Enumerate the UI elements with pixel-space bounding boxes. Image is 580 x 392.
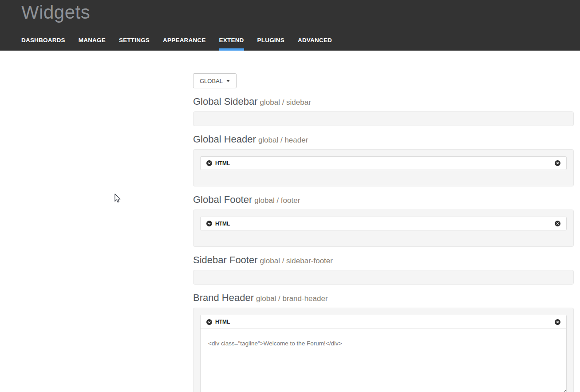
nav-tab-appearance[interactable]: APPEARANCE — [163, 33, 206, 51]
widget-type-label: HTML — [215, 221, 230, 227]
template-selector-button[interactable]: GLOBAL — [193, 73, 237, 88]
section-global-sidebar: Global Sidebarglobal / sidebar — [193, 95, 574, 126]
admin-header: Widgets DASHBOARDS MANAGE SETTINGS APPEA… — [0, 0, 580, 51]
section-heading: Global Sidebarglobal / sidebar — [193, 95, 574, 109]
section-location: global / footer — [254, 196, 300, 205]
nav-tab-manage[interactable]: MANAGE — [79, 33, 106, 51]
nav-tab-advanced[interactable]: ADVANCED — [298, 33, 332, 51]
mouse-cursor-icon — [114, 194, 122, 205]
widget-html-bar[interactable]: HTML — [200, 156, 567, 170]
nav-tab-plugins[interactable]: PLUGINS — [257, 33, 284, 51]
widget-drop-zone[interactable]: HTML <div class="tagline">Welcome to the… — [193, 308, 574, 392]
section-location: global / brand-header — [256, 294, 328, 303]
widget-html-bar[interactable]: HTML — [200, 217, 567, 230]
chevron-circle-down-icon[interactable] — [206, 221, 212, 226]
widget-type-label: HTML — [215, 160, 230, 166]
section-location: global / sidebar-footer — [260, 257, 333, 265]
section-location: global / sidebar — [260, 98, 311, 107]
widget-type-label: HTML — [215, 319, 230, 325]
chevron-circle-down-icon[interactable] — [206, 160, 212, 166]
nav-tab-settings[interactable]: SETTINGS — [119, 33, 150, 51]
times-circle-icon[interactable] — [555, 160, 560, 166]
widget-html-content-textarea[interactable]: <div class="tagline">Welcome to the Foru… — [201, 329, 566, 392]
section-global-header: Global Headerglobal / header HTML — [193, 133, 574, 186]
section-location: global / header — [258, 136, 308, 144]
widgets-content: GLOBAL Global Sidebarglobal / sidebar Gl… — [193, 51, 574, 392]
caret-down-icon — [226, 80, 230, 82]
section-title: Brand Header — [193, 292, 254, 303]
section-title: Global Footer — [193, 194, 252, 205]
section-sidebar-footer: Sidebar Footerglobal / sidebar-footer — [193, 254, 574, 285]
widget-drop-zone[interactable] — [193, 111, 574, 126]
times-circle-icon[interactable] — [555, 221, 560, 226]
widget-html-bar[interactable]: HTML — [201, 315, 566, 329]
section-title: Global Sidebar — [193, 96, 258, 107]
section-brand-header: Brand Headerglobal / brand-header HTML <… — [193, 292, 574, 392]
widget-drop-zone[interactable]: HTML — [193, 210, 574, 247]
times-circle-icon[interactable] — [555, 319, 560, 325]
main-nav: DASHBOARDS MANAGE SETTINGS APPEARANCE EX… — [21, 33, 345, 51]
nav-tab-dashboards[interactable]: DASHBOARDS — [21, 33, 65, 51]
section-heading: Brand Headerglobal / brand-header — [193, 292, 574, 305]
widget-html-expanded: HTML <div class="tagline">Welcome to the… — [200, 315, 567, 392]
section-heading: Sidebar Footerglobal / sidebar-footer — [193, 254, 574, 267]
section-global-footer: Global Footerglobal / footer HTML — [193, 194, 574, 247]
chevron-circle-down-icon[interactable] — [206, 319, 212, 325]
nav-tab-extend[interactable]: EXTEND — [219, 33, 244, 51]
section-title: Global Header — [193, 134, 256, 145]
section-title: Sidebar Footer — [193, 254, 258, 265]
section-heading: Global Footerglobal / footer — [193, 194, 574, 207]
widget-drop-zone[interactable]: HTML — [193, 149, 574, 186]
widget-drop-zone[interactable] — [193, 270, 574, 285]
page-title: Widgets — [21, 2, 90, 23]
section-heading: Global Headerglobal / header — [193, 133, 574, 147]
template-selector-label: GLOBAL — [200, 78, 223, 84]
